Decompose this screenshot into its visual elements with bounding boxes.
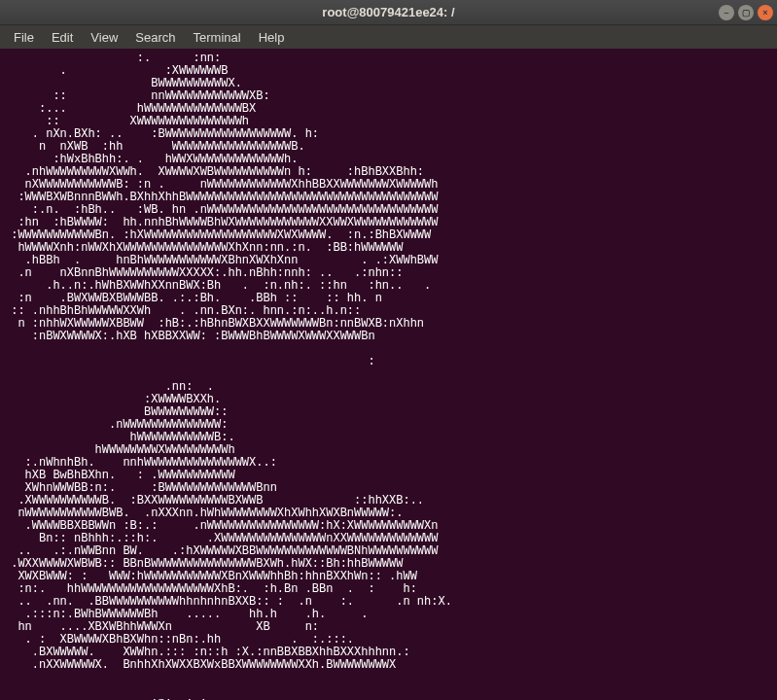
menu-file[interactable]: File [6,28,42,47]
menu-view[interactable]: View [83,28,125,47]
menubar: File Edit View Search Terminal Help [0,25,777,49]
menu-help[interactable]: Help [251,28,293,47]
window-title: root@80079421ee24: / [322,5,454,19]
maximize-button[interactable]: ▢ [738,5,754,20]
menu-terminal[interactable]: Terminal [186,28,249,47]
window-titlebar: root@80079421ee24: / – ▢ × [0,0,777,25]
menu-edit[interactable]: Edit [44,28,81,47]
window-controls: – ▢ × [719,5,773,20]
terminal-output[interactable]: :. :nn: . :XWWWWWWB BWWWWWWWWWWX. :: nnW… [0,49,777,700]
close-button[interactable]: × [758,5,773,20]
menu-search[interactable]: Search [127,28,183,47]
minimize-button[interactable]: – [719,5,734,20]
